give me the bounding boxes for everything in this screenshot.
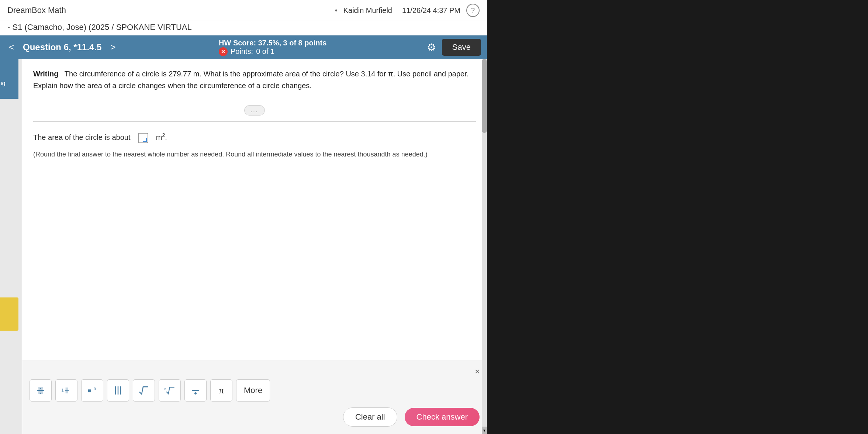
section-label-line2: tinguishing (0, 79, 15, 88)
rounding-note: (Round the final answer to the nearest w… (33, 148, 476, 160)
hw-score-value: 37.5%, 3 of 8 points (258, 39, 327, 47)
section-label-line3: a (0, 88, 15, 97)
answer-text: The area of the circle is about m2. (33, 131, 476, 144)
yellow-tab (0, 297, 18, 331)
answer-prefix: The area of the circle is about (33, 133, 130, 141)
save-button[interactable]: Save (442, 39, 481, 56)
question-header: < Question 6, *11.4.5 > HW Score: 37.5%,… (0, 35, 487, 59)
svg-text:1: 1 (61, 388, 63, 392)
mixed-number-button[interactable]: 1 (55, 379, 77, 402)
more-button[interactable]: More (236, 379, 270, 402)
app-name: DreamBox Math (7, 6, 66, 15)
subtitle-text: - S1 (Camacho, Jose) (2025 / SPOKANE VIR… (7, 23, 192, 32)
clear-all-button[interactable]: Clear all (343, 407, 397, 427)
divider-2 (33, 121, 476, 122)
toolbar-top: × (30, 367, 480, 376)
scrollbar-thumb[interactable] (482, 59, 487, 133)
help-button[interactable]: ? (466, 4, 480, 17)
user-date: 11/26/24 4:37 PM (402, 6, 460, 15)
subtitle-bar: - S1 (Camacho, Jose) (2025 / SPOKANE VIR… (0, 21, 487, 35)
question-label: Question 6, *11.4.5 (23, 42, 101, 52)
toolbar-actions: Clear all Check answer (30, 407, 480, 427)
absolute-value-button[interactable] (107, 379, 129, 402)
decimal-button[interactable] (184, 379, 207, 402)
hw-score-label: HW Score: (219, 39, 256, 47)
score-section: HW Score: 37.5%, 3 of 8 points ✕ Points:… (219, 39, 326, 56)
section-label-block: a J-10. Applying tinguishing a (0, 59, 18, 99)
answer-suffix: (Round the final answer to the nearest w… (33, 151, 428, 158)
scrollbar-down-arrow[interactable]: ▼ (482, 427, 487, 434)
check-answer-button[interactable]: Check answer (405, 408, 480, 426)
toolbar-buttons: ■ ■ 1 ■ (30, 379, 480, 402)
section-label-line1: a J-10. Applying (0, 61, 15, 79)
question-text: Writing The circumference of a circle is… (33, 68, 476, 92)
user-info: Kaidin Murfield 11/26/24 4:37 PM (343, 6, 460, 15)
left-sidebar: ← (0, 59, 22, 434)
settings-button[interactable]: ⚙ (427, 41, 436, 54)
svg-rect-8 (66, 391, 68, 393)
question-nav: < Question 6, *11.4.5 > (6, 41, 118, 54)
svg-point-18 (194, 392, 197, 395)
next-question-button[interactable]: > (107, 41, 118, 54)
header-actions: ⚙ Save (427, 39, 481, 56)
top-bar: DreamBox Math • Kaidin Murfield 11/26/24… (0, 0, 487, 21)
incorrect-icon: ✕ (219, 47, 228, 56)
svg-text:n: n (165, 387, 166, 390)
square-root-button[interactable] (133, 379, 155, 402)
prev-question-button[interactable]: < (6, 41, 17, 54)
answer-blank[interactable] (138, 133, 148, 143)
svg-text:■: ■ (40, 392, 42, 395)
app-title: DreamBox Math (7, 6, 66, 15)
right-dark-panel (487, 0, 868, 434)
svg-rect-7 (66, 388, 68, 390)
nth-root-button[interactable]: n (159, 379, 181, 402)
svg-text:n: n (94, 386, 96, 390)
pi-button[interactable]: π (210, 379, 232, 402)
scrollbar-track: ▼ (482, 59, 487, 434)
math-toolbar: × ■ ■ 1 (22, 361, 487, 434)
exponent-button[interactable]: ■ n (81, 379, 103, 402)
main-content: Writing The circumference of a circle is… (22, 59, 487, 434)
svg-text:■: ■ (88, 388, 91, 394)
username: Kaidin Murfield (343, 6, 392, 15)
close-toolbar-button[interactable]: × (475, 367, 480, 376)
points-value: 0 of 1 (256, 47, 274, 56)
expand-button[interactable]: ... (244, 105, 265, 116)
content-area: ← a J-10. Applying tinguishing a Writing… (0, 59, 487, 434)
bullet-separator: • (335, 6, 338, 15)
fraction-button[interactable]: ■ ■ (30, 379, 52, 402)
writing-label: Writing (33, 70, 59, 78)
svg-text:■: ■ (40, 387, 42, 390)
expand-dots-area[interactable]: ... (33, 105, 476, 116)
answer-area: The area of the circle is about m2. (Rou… (33, 131, 476, 160)
answer-unit: m2. (156, 133, 167, 141)
hw-score: HW Score: 37.5%, 3 of 8 points (219, 39, 326, 47)
points-label: Points: (231, 47, 253, 56)
points-row: ✕ Points: 0 of 1 (219, 47, 274, 56)
question-body: The circumference of a circle is 279.77 … (33, 70, 468, 90)
header-user-area: • Kaidin Murfield 11/26/24 4:37 PM ? (335, 4, 480, 17)
divider-1 (33, 99, 476, 99)
